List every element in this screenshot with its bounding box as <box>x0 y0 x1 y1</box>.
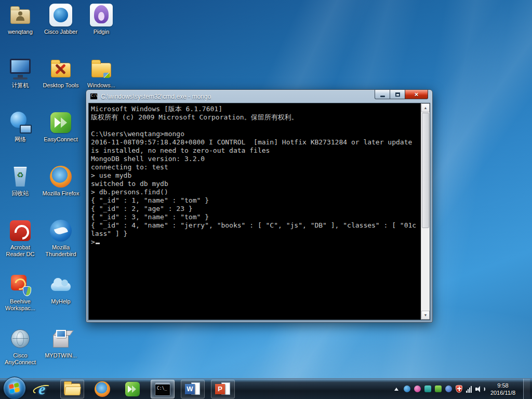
window-title: C:\windows\system32\cmd.exe - mongo <box>101 93 211 100</box>
terminal-line: Microsoft Windows [版本 6.1.7601] <box>91 105 420 113</box>
terminal-line: is installed, no need to zero-out data f… <box>91 147 420 155</box>
pidgin-icon <box>89 3 114 28</box>
terminal-cursor <box>96 243 100 244</box>
terminal-output[interactable]: Microsoft Windows [版本 6.1.7601] 版权所有 (c)… <box>89 103 421 320</box>
taskbar-firefox[interactable] <box>90 380 114 398</box>
terminal-line: > db.persons.find() <box>91 188 420 196</box>
desktop-icon-windows-folder[interactable]: Windows... <box>82 56 121 89</box>
desktop-icon-anyconnect[interactable]: Cisco AnyConnect <box>1 326 40 366</box>
start-button[interactable] <box>3 377 26 399</box>
taskbar-word[interactable] <box>181 380 205 398</box>
terminal-line: lass" ] } <box>91 230 420 238</box>
terminal-line: MongoDB shell version: 3.2.0 <box>91 155 420 163</box>
terminal-line: C:\Users\wenqtang>mongo <box>91 130 420 138</box>
desktop-icon-computer[interactable]: 计算机 <box>1 56 40 89</box>
terminal-line: 版权所有 (c) 2009 Microsoft Corporation。保留所有… <box>91 113 420 122</box>
close-button[interactable] <box>405 90 428 99</box>
desktop-icon-label: Mozilla Thunderbird <box>41 244 81 258</box>
tray-security-shield-icon[interactable] <box>456 385 462 393</box>
scroll-down-button[interactable] <box>421 311 430 320</box>
firefox-icon <box>95 381 110 397</box>
user-folder-icon <box>8 3 33 28</box>
desktop-icon-label: 网络 <box>1 136 40 143</box>
minimize-button[interactable] <box>375 90 390 99</box>
desktop-icon-recycle-bin[interactable]: 回收站 <box>1 164 40 197</box>
show-desktop-button[interactable] <box>523 379 530 399</box>
cmd-window-titlebar[interactable]: C:\windows\system32\cmd.exe - mongo <box>86 90 432 103</box>
windows-folder-icon <box>89 56 114 81</box>
desktop-icon-label: Cisco AnyConnect <box>1 352 40 366</box>
cmd-window: C:\windows\system32\cmd.exe - mongo Micr… <box>86 89 433 323</box>
terminal-line: { "_id" : 2, "age" : 23 } <box>91 205 420 213</box>
desktop-icon-firefox[interactable]: Mozilla Firefox <box>41 164 81 197</box>
desktop-icon-easyconnect[interactable]: EasyConnect <box>41 110 81 143</box>
powerpoint-icon <box>215 382 231 396</box>
desktop-icon-myhelp[interactable]: MyHelp <box>41 272 81 305</box>
desktop-icon-label: MYDTWIN... <box>41 352 81 359</box>
desktop-icon-label: Acrobat Reader DC <box>1 244 40 258</box>
easyconnect-icon <box>48 110 73 135</box>
scroll-up-button[interactable] <box>421 103 430 112</box>
tray-pidgin-icon[interactable] <box>414 385 421 392</box>
hidden-icons-arrow[interactable] <box>393 385 400 393</box>
tray-teal-icon[interactable] <box>424 385 431 392</box>
tray-easyconnect-icon[interactable] <box>435 385 442 392</box>
taskbar-windows-explorer[interactable] <box>60 380 84 398</box>
scrollbar-thumb[interactable] <box>422 113 429 228</box>
clock-time: 9:58 <box>490 382 515 389</box>
desktop-icon-desktop-tools[interactable]: Desktop Tools <box>41 56 81 89</box>
cloud-icon <box>48 272 73 297</box>
desktop-icon-label: 回收站 <box>1 190 40 197</box>
folder-icon <box>64 382 81 396</box>
terminal-line: > use mydb <box>91 171 420 180</box>
taskbar-powerpoint[interactable] <box>211 380 235 398</box>
recycle-bin-icon <box>8 164 33 189</box>
desktop-icon-label: Beehive Workspac... <box>1 298 40 312</box>
desktop-icon-label: MyHelp <box>41 298 81 305</box>
desktop-icon-wenqtang[interactable]: wenqtang <box>1 3 40 35</box>
desktop-icon-label: EasyConnect <box>41 136 81 143</box>
desktop-icon-acrobat[interactable]: Acrobat Reader DC <box>1 218 40 258</box>
taskbar-cmd-active[interactable] <box>151 380 175 398</box>
volume-icon[interactable] <box>475 385 484 393</box>
desktop-icon-label: Windows... <box>82 82 121 89</box>
maximize-icon <box>395 92 400 97</box>
desktop-icon-label: wenqtang <box>1 29 40 35</box>
scrollbar-track[interactable] <box>421 112 430 311</box>
desktop-icon-cisco-jabber[interactable]: Cisco Jabber <box>41 3 81 35</box>
scrollbar[interactable] <box>421 103 430 320</box>
terminal-line: { "_id" : 3, "name" : "tom" } <box>91 213 420 221</box>
terminal-prompt-line: > <box>91 238 420 246</box>
system-tray: 9:58 2016/11/8 <box>393 379 532 399</box>
desktop-icon-pidgin[interactable]: Pidgin <box>82 3 121 35</box>
desktop-icon-mydtwin[interactable]: MYDTWIN... <box>41 326 81 359</box>
terminal-line: { "_id" : 1, "name" : "tom" } <box>91 196 420 205</box>
tools-folder-icon <box>48 56 73 81</box>
cmd-icon <box>90 93 98 100</box>
terminal-line: switched to db mydb <box>91 180 420 188</box>
clock-date: 2016/11/8 <box>490 389 515 396</box>
desktop-icon-label: 计算机 <box>1 82 40 89</box>
beehive-icon <box>8 272 33 297</box>
desktop-icon-thunderbird[interactable]: Mozilla Thunderbird <box>41 218 81 258</box>
taskbar-internet-explorer[interactable]: e <box>30 380 54 398</box>
taskbar-easyconnect[interactable] <box>121 380 144 398</box>
tray-blue-icon[interactable] <box>445 385 452 392</box>
maximize-button[interactable] <box>390 90 405 99</box>
terminal-line <box>91 122 420 130</box>
installer-box-icon <box>48 326 73 351</box>
minimize-icon <box>380 96 385 97</box>
internet-explorer-icon: e <box>34 381 50 397</box>
acrobat-icon <box>8 218 33 243</box>
thunderbird-icon <box>48 218 73 243</box>
network-icon <box>8 110 33 135</box>
desktop-icon-network[interactable]: 网络 <box>1 110 40 143</box>
desktop-icon-beehive[interactable]: Beehive Workspac... <box>1 272 40 312</box>
word-icon <box>185 382 201 396</box>
network-status-icon[interactable] <box>466 385 472 393</box>
cmd-icon <box>155 382 170 396</box>
terminal-line: connecting to: test <box>91 163 420 171</box>
taskbar-clock[interactable]: 9:58 2016/11/8 <box>487 382 518 396</box>
tray-jabber-icon[interactable] <box>404 385 410 392</box>
desktop-icon-label: Cisco Jabber <box>41 29 81 35</box>
